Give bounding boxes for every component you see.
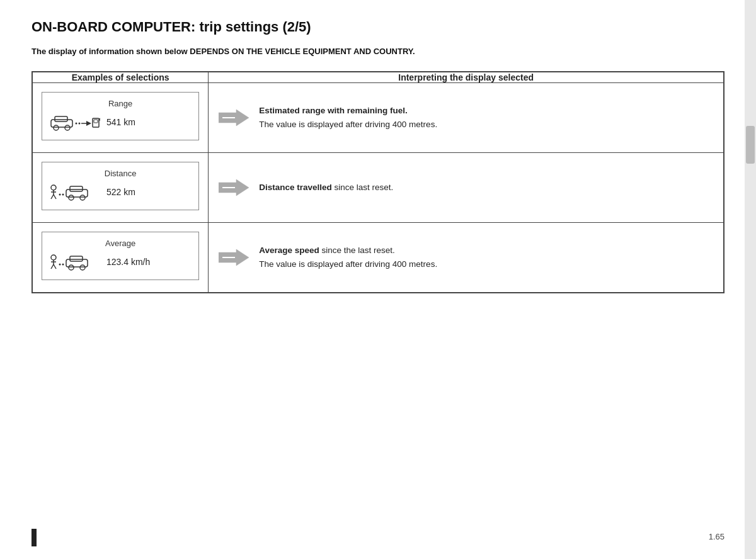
example-box-range: Range <box>42 92 199 140</box>
distance-icon <box>50 183 100 201</box>
svg-point-27 <box>51 255 56 260</box>
svg-point-4 <box>76 123 77 125</box>
interpret-text-average: Average speed since the last reset. The … <box>259 232 447 282</box>
svg-point-23 <box>69 195 74 200</box>
range-value: 541 km <box>106 117 135 127</box>
range-icon <box>50 113 100 131</box>
svg-point-36 <box>69 265 74 270</box>
table-row: Range <box>32 83 724 153</box>
svg-rect-22 <box>70 186 83 191</box>
scrollbar-thumb[interactable] <box>746 126 755 164</box>
svg-line-18 <box>54 195 56 199</box>
interpret-text-distance: Distance travelled since last reset. <box>259 169 403 206</box>
svg-point-37 <box>80 265 85 270</box>
example-label-range: Range <box>50 99 191 108</box>
subtitle: The display of information shown below D… <box>32 47 724 56</box>
svg-line-17 <box>51 195 54 199</box>
table-row: Distance <box>32 153 724 223</box>
example-box-distance: Distance <box>42 162 199 210</box>
bottom-bar-decoration <box>32 529 37 546</box>
svg-point-2 <box>54 125 59 130</box>
svg-point-32 <box>59 264 61 266</box>
distance-value: 522 km <box>106 187 135 197</box>
example-label-average: Average <box>50 239 191 248</box>
table-row: Average <box>32 223 724 293</box>
interpret-text-range: Estimated range with remaining fuel. The… <box>259 93 447 142</box>
svg-rect-1 <box>55 116 67 121</box>
svg-rect-35 <box>70 256 83 261</box>
svg-point-14 <box>51 185 56 190</box>
svg-line-30 <box>51 264 54 269</box>
svg-rect-9 <box>94 120 98 123</box>
col2-header: Interpreting the display selected <box>209 72 724 83</box>
interpret-cell-distance: Distance travelled since last reset. <box>209 153 724 223</box>
average-icon <box>50 253 100 271</box>
example-label-distance: Distance <box>50 169 191 178</box>
svg-point-5 <box>79 123 81 125</box>
svg-point-24 <box>80 195 85 200</box>
arrow-icon-average <box>209 233 259 282</box>
interpret-cell-average: Average speed since the last reset. The … <box>209 223 724 293</box>
svg-point-3 <box>65 125 70 130</box>
arrow-icon-range <box>209 93 259 142</box>
svg-line-31 <box>54 264 56 269</box>
example-box-average: Average <box>42 232 199 280</box>
average-value: 123.4 km/h <box>106 257 150 267</box>
arrow-icon-distance <box>209 163 259 212</box>
scrollbar-track[interactable] <box>745 0 756 559</box>
interpret-cell-range: Estimated range with remaining fuel. The… <box>209 83 724 153</box>
page-title: ON-BOARD COMPUTER: trip settings (2/5) <box>32 19 724 35</box>
page-number: 1.65 <box>709 532 724 541</box>
svg-marker-7 <box>86 121 91 126</box>
svg-point-33 <box>62 264 64 266</box>
svg-point-19 <box>59 194 61 196</box>
main-table: Examples of selections Interpreting the … <box>32 71 724 293</box>
svg-point-20 <box>62 194 64 196</box>
col1-header: Examples of selections <box>32 72 209 83</box>
